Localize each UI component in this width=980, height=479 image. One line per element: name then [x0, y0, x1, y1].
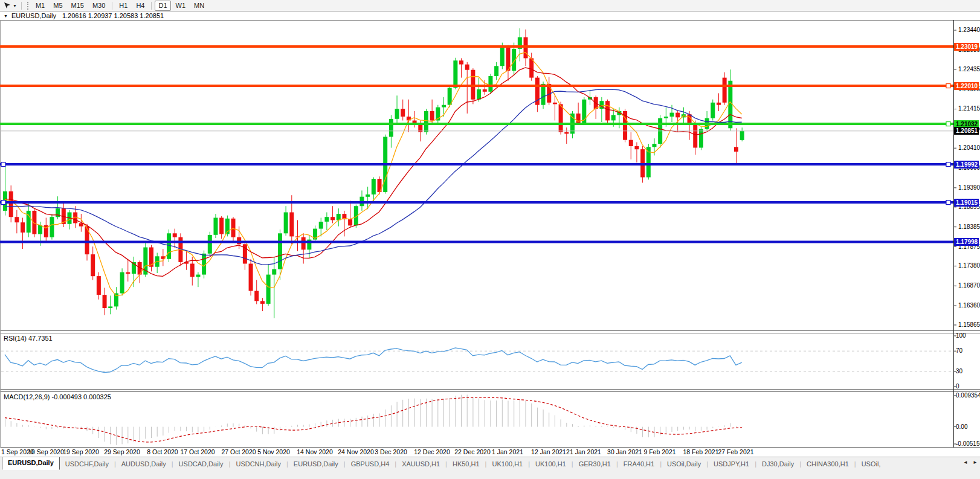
price-tick-label: 1.16360	[958, 302, 980, 309]
price-tick-label: 1.19390	[958, 184, 980, 191]
price-tick-label: 1.21415	[958, 105, 980, 112]
macd-indicator-label: MACD(12,26,9) -0.000493 0.000325	[4, 393, 111, 400]
date-tick-label: 30 Jan 2021	[607, 448, 642, 455]
date-tick-label: 12 Dec 2020	[414, 448, 450, 455]
price-tick-label: 1.16870	[958, 282, 980, 289]
timeframe-button-m1[interactable]: M1	[32, 1, 48, 11]
timeframe-button-h4[interactable]: H4	[132, 1, 148, 11]
timeframe-button-d1[interactable]: D1	[155, 1, 170, 11]
chart-tab-china300-h1[interactable]: CHINA300,H1	[801, 458, 854, 470]
timeframe-button-m30[interactable]: M30	[89, 1, 109, 11]
date-tick-label: 14 Nov 2020	[297, 448, 333, 455]
tabs-scroll-left-icon[interactable]: ◄	[962, 458, 969, 468]
chart-tab-uk100-h1[interactable]: UK100,H1	[486, 458, 528, 470]
chart-tab-usoil[interactable]: USOil,	[856, 458, 886, 470]
date-tick-label: 27 Oct 2020	[221, 448, 256, 455]
date-tick-label: 9 Feb 2021	[643, 448, 675, 455]
timeframe-button-mn[interactable]: MN	[190, 1, 208, 11]
price-level-label: 1.22010	[954, 82, 979, 90]
date-tick-label: 18 Feb 2021	[683, 448, 719, 455]
rsi-tick-label: 100	[956, 332, 966, 339]
chart-tab-xauusd-h1[interactable]: XAUUSD,H1	[396, 458, 445, 470]
date-tick-label: 21 Jan 2021	[566, 448, 601, 455]
chart-tab-usdchf-daily[interactable]: USDCHF,Daily	[60, 458, 114, 470]
date-tick-label: 1 Jan 2021	[492, 448, 523, 455]
date-tick-label: 5 Nov 2020	[257, 448, 290, 455]
chart-ohlc-values: 1.20616 1.20937 1.20583 1.20851	[62, 12, 164, 19]
price-tick-label: 1.18385	[958, 223, 980, 230]
date-tick-label: 8 Oct 2020	[147, 448, 178, 455]
macd-tick-label: 0.00	[956, 423, 967, 430]
price-level-label: 1.19015	[954, 199, 979, 207]
date-tick-label: 19 Sep 2020	[63, 448, 99, 455]
date-tick-label: 24 Nov 2020	[338, 448, 374, 455]
chart-tab-fra40-h1[interactable]: FRA40,H1	[618, 458, 660, 470]
time-axis[interactable]: 1 Sep 202010 Sep 202019 Sep 202029 Sep 2…	[0, 448, 980, 457]
rsi-tick-label: 70	[956, 347, 962, 354]
timeframe-button-h1[interactable]: H1	[115, 1, 131, 11]
price-level-label: 1.19992	[954, 161, 979, 169]
rsi-tick-label: 0	[956, 383, 959, 390]
panel-splitter[interactable]	[0, 389, 980, 390]
chart-tab-usdcnh-daily[interactable]: USDCNH,Daily	[230, 458, 286, 470]
toolbar: ▼ M1M5M15M30H1H4D1W1MN	[0, 0, 980, 11]
price-tick-label: 1.20410	[958, 144, 980, 151]
chart-title-bar: ▼ EURUSD,Daily 1.20616 1.20937 1.20583 1…	[0, 11, 980, 20]
current-price-label: 1.20851	[954, 127, 979, 135]
price-tick-label: 1.22435	[958, 66, 980, 72]
price-tick-label: 1.15865	[958, 321, 980, 328]
chart-tab-audusd-daily[interactable]: AUDUSD,Daily	[116, 458, 172, 470]
cursor-tool-icon[interactable]	[2, 1, 12, 10]
chart-tab-usdcad-daily[interactable]: USDCAD,Daily	[173, 458, 229, 470]
chart-tab-usdjpy-h1[interactable]: USDJPY,H1	[708, 458, 755, 470]
toolbar-dropdown-caret[interactable]: ▼	[13, 4, 17, 8]
toolbar-separator	[151, 2, 152, 10]
chart-tab-dj30-daily[interactable]: DJ30,Daily	[756, 458, 799, 470]
date-tick-label: 27 Feb 2021	[718, 448, 754, 455]
timeframe-button-m5[interactable]: M5	[50, 1, 66, 11]
chart-tab-gbpusd-h4[interactable]: GBPUSD,H4	[346, 458, 395, 470]
mt4-window: ▼ M1M5M15M30H1H4D1W1MN ▼ EURUSD,Daily 1.…	[0, 0, 980, 479]
timeframe-buttons: M1M5M15M30H1H4D1W1MN	[31, 1, 208, 11]
price-tick-label: 1.23440	[958, 27, 980, 33]
macd-panel[interactable]	[0, 392, 953, 447]
chart-tabs-bar: EURUSD,DailyUSDCHF,Daily|AUDUSD,Daily|US…	[0, 457, 980, 470]
date-tick-label: 17 Oct 2020	[180, 448, 214, 455]
rsi-indicator-label: RSI(14) 47.7351	[4, 335, 53, 342]
tabs-scroll-right-icon[interactable]: ►	[972, 458, 979, 468]
toolbar-grip[interactable]	[27, 2, 28, 10]
chart-tab-usoil-daily[interactable]: USOil,Daily	[662, 458, 706, 470]
price-level-label: 1.17998	[954, 238, 979, 246]
date-tick-label: 22 Dec 2020	[454, 448, 491, 455]
toolbar-separator	[21, 2, 22, 10]
rsi-panel[interactable]	[0, 333, 953, 389]
price-level-label: 1.23019	[954, 43, 979, 51]
chart-symbol-label: EURUSD,Daily	[11, 12, 56, 19]
main-chart-plot-area[interactable]	[0, 21, 953, 330]
chart-tab-eurusd-daily[interactable]: EURUSD,Daily	[2, 457, 60, 470]
date-tick-label: 3 Dec 2020	[375, 448, 407, 455]
date-tick-label: 29 Sep 2020	[104, 448, 140, 455]
chart-tab-hk50-h1[interactable]: HK50,H1	[447, 458, 485, 470]
tabs-scroll-arrows: ◄ ►	[962, 458, 979, 468]
timeframe-button-m15[interactable]: M15	[68, 1, 88, 11]
chart-tab-eurusd-daily[interactable]: EURUSD,Daily	[288, 458, 344, 470]
window-menu-icon[interactable]: ▼	[4, 14, 8, 18]
toolbar-separator	[112, 2, 112, 10]
date-tick-label: 12 Jan 2021	[531, 448, 566, 455]
price-axis[interactable]: 1.234401.229301.224351.219251.214151.209…	[953, 0, 980, 457]
timeframe-button-w1[interactable]: W1	[172, 1, 190, 11]
rsi-tick-label: 30	[956, 368, 962, 375]
date-tick-label: 10 Sep 2020	[28, 448, 64, 455]
panel-splitter[interactable]	[0, 330, 980, 331]
macd-tick-label: -0.005156	[956, 440, 980, 447]
chart-tab-uk100-h1[interactable]: UK100,H1	[530, 458, 572, 470]
price-tick-label: 1.17380	[958, 262, 980, 269]
chart-tab-ger30-h1[interactable]: GER30,H1	[573, 458, 616, 470]
macd-tick-label: 0.009354	[956, 392, 980, 399]
